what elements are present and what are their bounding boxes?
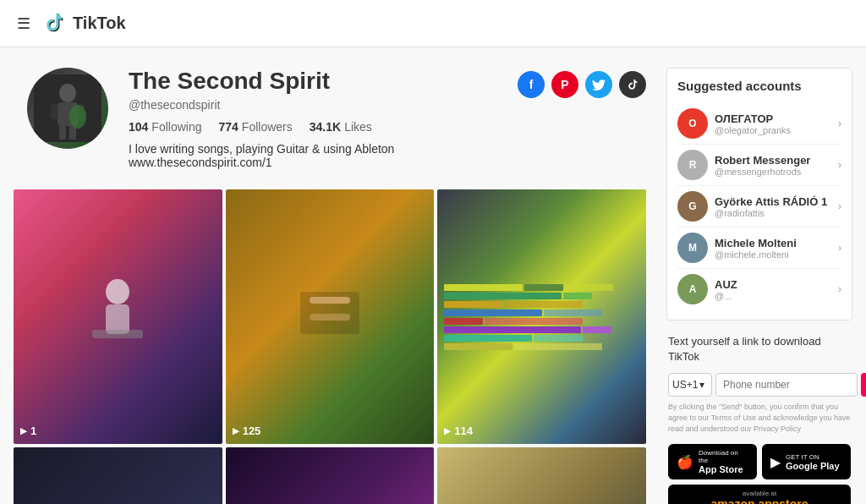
play-icon-3: ▶ xyxy=(444,426,451,436)
suggested-account-3[interactable]: G Györke Attis RÁDIÓ 1 @radiofattis › xyxy=(677,186,841,227)
apple-icon: 🍎 xyxy=(677,454,693,470)
logo-text: TikTok xyxy=(73,14,126,33)
download-section: Text yourself a link to download TikTok … xyxy=(666,334,852,504)
svg-rect-6 xyxy=(69,126,76,140)
followers-label: Followers xyxy=(242,120,293,134)
suggested-avatar-2: R xyxy=(677,150,708,180)
google-play-badge[interactable]: ▶ GET IT ON Google Play xyxy=(762,444,851,479)
sidebar: Suggested accounts О ОЛЕГАТОР @olegator_… xyxy=(666,68,852,504)
app-header: ☰ TikTok xyxy=(0,0,866,47)
video-grid: ▶ 1 ▶ 125 xyxy=(14,189,646,504)
suggested-text-2: Robert Messenger @messengerhotrods xyxy=(715,154,838,177)
amazon-logo-text: amazon appstore xyxy=(710,497,808,504)
following-count: 104 xyxy=(129,120,148,134)
svg-point-1 xyxy=(59,84,76,102)
suggested-name-3: Györke Attis RÁDIÓ 1 xyxy=(715,195,838,208)
chevron-icon-2: › xyxy=(838,159,841,171)
suggested-text-4: Michele Molteni @michele.molteni xyxy=(715,237,838,260)
social-icons: f P xyxy=(518,71,646,98)
download-disclaimer: By clicking the "Send" button, you confi… xyxy=(668,402,851,434)
suggested-name-2: Robert Messenger xyxy=(715,154,838,167)
avatar-image xyxy=(27,68,108,149)
amazon-available-text: available at xyxy=(743,490,776,497)
suggested-handle-3: @radiofattis xyxy=(715,208,838,218)
suggested-handle-2: @messengerhotrods xyxy=(715,167,838,177)
svg-point-7 xyxy=(69,105,86,129)
video-bg-2 xyxy=(226,189,435,444)
app-logo[interactable]: TikTok xyxy=(42,12,126,36)
country-chevron-icon: ▾ xyxy=(699,379,704,391)
suggested-account-4[interactable]: M Michele Molteni @michele.molteni › xyxy=(677,227,841,269)
phone-input-row: US+1 ▾ Send xyxy=(668,373,851,397)
suggested-handle-1: @olegator_pranks xyxy=(715,125,838,135)
suggested-text-3: Györke Attis RÁDIÓ 1 @radiofattis xyxy=(715,195,838,218)
svg-point-8 xyxy=(106,279,129,304)
send-button[interactable]: Send xyxy=(861,373,866,397)
app-badges: 🍎 Download on the App Store ▶ GET IT ON … xyxy=(668,444,851,504)
suggested-text-1: ОЛЕГАТОР @olegator_pranks xyxy=(715,112,838,135)
twitter-icon[interactable] xyxy=(585,71,612,98)
following-label: Following xyxy=(151,120,201,134)
play-icon-2: ▶ xyxy=(233,426,239,436)
google-play-text: GET IT ON Google Play xyxy=(786,453,840,471)
suggested-account-2[interactable]: R Robert Messenger @messengerhotrods › xyxy=(677,145,841,186)
country-selector[interactable]: US+1 ▾ xyxy=(668,373,712,397)
app-store-sub: Download on the xyxy=(699,449,748,464)
google-play-name: Google Play xyxy=(786,461,840,471)
country-code: US+1 xyxy=(672,379,698,391)
video-count-2: ▶ 125 xyxy=(233,425,261,437)
download-title: Text yourself a link to download TikTok xyxy=(668,334,851,364)
tiktok-share-icon xyxy=(626,78,639,91)
followers-count: 774 xyxy=(219,120,238,134)
suggested-handle-5: @... xyxy=(715,291,838,301)
suggested-name-4: Michele Molteni xyxy=(715,237,838,249)
phone-input[interactable] xyxy=(715,373,858,397)
google-play-sub: GET IT ON xyxy=(786,453,840,461)
main-container: The Second Spirit @thesecondspirit 104 F… xyxy=(0,47,866,504)
video-bg-3 xyxy=(437,189,646,444)
suggested-avatar-5: A xyxy=(677,274,708,304)
suggested-account-5[interactable]: A AUZ @... › xyxy=(677,269,841,310)
video-thumb-4[interactable]: ▶ xyxy=(14,447,222,504)
video-thumb-5[interactable]: ▶ xyxy=(226,447,435,504)
facebook-icon[interactable]: f xyxy=(518,71,545,98)
avatar-silhouette xyxy=(34,74,101,142)
suggested-text-5: AUZ @... xyxy=(715,278,838,301)
play-icon-1: ▶ xyxy=(20,426,27,436)
suggested-accounts-title: Suggested accounts xyxy=(677,79,841,93)
svg-rect-5 xyxy=(59,126,66,140)
video-content-2 xyxy=(296,275,364,359)
amazon-badge[interactable]: available at amazon appstore xyxy=(668,485,851,504)
suggested-accounts-panel: Suggested accounts О ОЛЕГАТОР @olegator_… xyxy=(666,68,852,320)
chevron-icon-1: › xyxy=(838,118,841,129)
svg-rect-3 xyxy=(51,104,58,119)
video-thumb-1[interactable]: ▶ 1 xyxy=(14,189,222,444)
pinterest-icon[interactable]: P xyxy=(551,71,578,98)
suggested-avatar-3: G xyxy=(677,191,708,222)
profile-stats: 104 Following 774 Followers 34.1K Likes xyxy=(129,120,497,134)
video-thumb-3[interactable]: ▶ 114 xyxy=(437,189,646,444)
video-thumb-2[interactable]: ▶ 125 xyxy=(226,189,435,444)
video-bg-5 xyxy=(226,447,435,504)
chevron-icon-4: › xyxy=(838,242,841,254)
video-bg-4 xyxy=(14,447,222,504)
suggested-name-1: ОЛЕГАТОР xyxy=(715,112,838,125)
likes-count: 34.1K xyxy=(310,120,341,134)
video-content-1 xyxy=(84,266,151,368)
video-bg-6 xyxy=(437,447,646,504)
video-thumb-6[interactable]: ▶ xyxy=(437,447,646,504)
stat-likes: 34.1K Likes xyxy=(310,120,372,134)
tiktok-social-icon[interactable] xyxy=(619,71,646,98)
video-count-1: ▶ 1 xyxy=(20,425,36,437)
suggested-account-1[interactable]: О ОЛЕГАТОР @olegator_pranks › xyxy=(677,103,841,145)
suggested-name-5: AUZ xyxy=(715,278,838,291)
stat-followers: 774 Followers xyxy=(219,120,293,134)
twitter-bird-icon xyxy=(592,79,606,90)
tiktok-logo-icon xyxy=(42,12,66,36)
hamburger-menu[interactable]: ☰ xyxy=(17,14,30,33)
suggested-avatar-1: О xyxy=(677,108,708,139)
profile-handle: @thesecondspirit xyxy=(129,98,497,112)
video-bg-1 xyxy=(14,189,222,444)
suggested-avatar-4: M xyxy=(677,233,708,263)
app-store-badge[interactable]: 🍎 Download on the App Store xyxy=(668,444,757,479)
